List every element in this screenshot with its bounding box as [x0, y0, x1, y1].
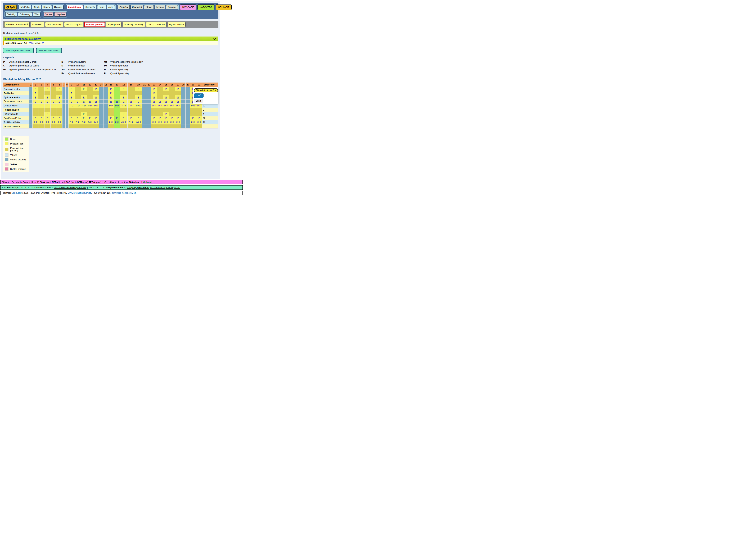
attendance-entry-link[interactable]: P [76, 105, 77, 107]
attendance-entry-link[interactable]: P [96, 121, 98, 124]
attendance-entry-link[interactable]: P [177, 100, 179, 103]
subnav-dochazkovy-list[interactable]: Docházkový list [64, 22, 83, 27]
demo-link[interactable]: přechod [137, 186, 146, 189]
attendance-entry-link[interactable]: P [177, 117, 179, 119]
attendance-entry-link[interactable]: P [115, 121, 116, 124]
attendance-entry-link[interactable]: P [84, 121, 85, 124]
nav-klienti[interactable]: Klienti [32, 5, 41, 9]
attendance-entry-link[interactable]: P [199, 117, 200, 119]
attendance-entry-link[interactable]: P [110, 92, 112, 94]
nav-helpdesk[interactable]: Helpdesk [54, 12, 66, 17]
nav-web[interactable]: Web [33, 12, 40, 17]
attendance-entry-link[interactable]: P [152, 121, 154, 124]
attendance-entry-link[interactable]: P [47, 100, 48, 103]
attendance-entry-link[interactable]: P [83, 113, 84, 115]
attendance-entry-link[interactable]: P [197, 105, 199, 107]
attendance-entry-link[interactable]: P [72, 121, 73, 124]
attendance-entry-link[interactable]: P [165, 100, 167, 103]
nav-statistiky[interactable]: Statistiky [5, 12, 17, 17]
attendance-entry-link[interactable]: P [95, 100, 97, 103]
attendance-entry-link[interactable]: P [117, 121, 119, 124]
attendance-entry-link[interactable]: P [42, 121, 43, 124]
attendance-entry-link[interactable]: P [171, 117, 173, 119]
attendance-entry-link[interactable]: P [71, 100, 72, 103]
attendance-entry-link[interactable]: P [109, 105, 111, 107]
attendance-entry-link[interactable]: P [110, 100, 112, 103]
attendance-entry-link[interactable]: P [152, 105, 154, 107]
attendance-entry-link[interactable]: P [52, 121, 53, 124]
attendance-entry-link[interactable]: P [177, 96, 179, 99]
attendance-entry-link[interactable]: D [82, 121, 83, 124]
next-month-button[interactable]: Zobrazit další měsíc [36, 48, 62, 53]
attendance-entry-link[interactable]: P [164, 121, 166, 124]
attendance-entry-link[interactable]: P [110, 88, 112, 90]
demo-link[interactable]: pro rychlý [127, 186, 137, 189]
attendance-entry-link[interactable]: Oš [129, 121, 131, 124]
attendance-entry-link[interactable]: P [138, 96, 139, 99]
attendance-entry-link[interactable]: P [41, 100, 42, 103]
attendance-entry-link[interactable]: P [164, 105, 166, 107]
attendance-entry-link[interactable]: P [116, 100, 118, 103]
attendance-entry-link[interactable]: P [47, 113, 48, 115]
attendance-entry-link[interactable]: P [34, 105, 35, 107]
attendance-entry-link[interactable]: P [88, 105, 89, 107]
nav-organizer[interactable]: Organizér [84, 5, 97, 9]
attendance-entry-link[interactable]: D [78, 105, 79, 107]
nav-odhlasit[interactable]: ODHLÁSIT [216, 4, 232, 10]
attendance-entry-link[interactable]: P [153, 117, 155, 119]
attendance-entry-link[interactable]: D [90, 105, 92, 107]
nav-navigace[interactable]: NAVIGACE [180, 4, 196, 10]
attendance-entry-link[interactable]: P [35, 96, 36, 99]
demo-link[interactable]: více o možnostech skrývání zde [54, 186, 86, 189]
attendance-entry-link[interactable]: P [165, 96, 167, 99]
nav-akce[interactable]: Akce [107, 5, 115, 9]
attendance-entry-link[interactable]: P [111, 121, 113, 124]
attendance-entry-link[interactable]: P [172, 121, 174, 124]
attendance-entry-link[interactable]: P [47, 96, 48, 99]
popup-hide-button[interactable]: Skrýt [194, 99, 203, 103]
attendance-entry-link[interactable]: P [140, 121, 141, 124]
attendance-entry-link[interactable]: P [138, 88, 139, 90]
attendance-entry-link[interactable]: P [158, 121, 160, 124]
attendance-entry-link[interactable]: P [178, 121, 180, 124]
attendance-entry-link[interactable]: P [165, 113, 167, 115]
attendance-entry-link[interactable]: P [35, 117, 36, 119]
attendance-entry-link[interactable]: P [35, 92, 36, 94]
subnav-prehled-zamestnancu[interactable]: Přehled zaměstnanců [4, 22, 30, 27]
attendance-entry-link[interactable]: P [71, 88, 72, 90]
attendance-entry-link[interactable]: P [130, 117, 132, 119]
attendance-entry-link[interactable]: P [191, 105, 193, 107]
attendance-entry-link[interactable]: P [83, 88, 84, 90]
attendance-entry-link[interactable]: D [84, 105, 86, 107]
attendance-entry-link[interactable]: N [193, 105, 195, 107]
subnav-statistiky-dochazky[interactable]: Statistiky docházky [123, 22, 145, 27]
attendance-entry-link[interactable]: P [70, 105, 71, 107]
attendance-entry-link[interactable]: P [176, 105, 178, 107]
attendance-entry-link[interactable]: P [77, 117, 78, 119]
copyright-link[interactable]: www.pro-neziskovky.cz [68, 192, 91, 194]
subnav-rychle-vlozeni[interactable]: Rychlé vložení [168, 22, 186, 27]
subnav-napln-prace[interactable]: Náplň práce [106, 22, 122, 27]
attendance-entry-link[interactable]: P [36, 121, 37, 124]
attendance-entry-link[interactable]: P [94, 105, 96, 107]
attendance-entry-link[interactable]: P [82, 105, 83, 107]
attendance-entry-link[interactable]: P [78, 121, 79, 124]
nav-finance[interactable]: Finance [155, 5, 165, 9]
attendance-entry-link[interactable]: P [200, 121, 201, 124]
attendance-entry-link[interactable]: P [123, 117, 124, 119]
attendance-entry-link[interactable]: P [54, 121, 55, 124]
subnav-dochazka-export[interactable]: Docházka export [146, 22, 167, 27]
attendance-entry-link[interactable]: P [117, 105, 119, 107]
attendance-entry-link[interactable]: P [46, 121, 47, 124]
attendance-entry-link[interactable]: P [48, 105, 49, 107]
attendance-entry-link[interactable]: P [138, 100, 139, 103]
attendance-entry-link[interactable]: D [76, 121, 77, 124]
attendance-entry-link[interactable]: P [71, 92, 72, 94]
nav-cinnosti[interactable]: Činnosti [53, 5, 64, 9]
attendance-entry-link[interactable]: P [158, 105, 160, 107]
nav-napoveda[interactable]: NÁPOVĚDA [197, 4, 214, 10]
attendance-entry-link[interactable]: P [95, 96, 97, 99]
attendance-entry-link[interactable]: P [122, 105, 123, 107]
attendance-entry-link[interactable]: D [88, 121, 90, 124]
attendance-entry-link[interactable]: P [42, 105, 43, 107]
